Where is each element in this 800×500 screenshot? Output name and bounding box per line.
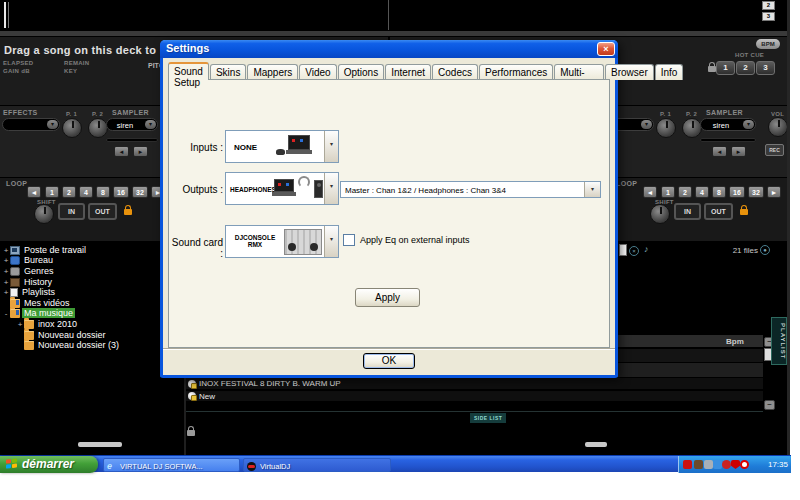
loop-2-button[interactable]: 2 bbox=[678, 186, 692, 198]
loop-8-button[interactable]: 8 bbox=[712, 186, 726, 198]
shift-knob-left[interactable] bbox=[34, 204, 54, 224]
tree-item-poste-de-travail[interactable]: + Poste de travail bbox=[2, 245, 88, 255]
loop-double-icon[interactable]: ► bbox=[767, 186, 781, 198]
loop-16-button[interactable]: 16 bbox=[729, 186, 745, 198]
ok-button[interactable]: OK bbox=[363, 353, 415, 369]
browser-lock-icon[interactable] bbox=[187, 430, 195, 436]
skin-button-3[interactable]: 3 bbox=[762, 12, 775, 21]
outputs-combo[interactable]: HEADPHONES bbox=[225, 172, 339, 205]
loop-lock-icon[interactable] bbox=[740, 209, 748, 215]
loop-4-button[interactable]: 4 bbox=[695, 186, 709, 198]
tray-network-icon[interactable] bbox=[713, 460, 722, 469]
inputs-combo[interactable]: NONE bbox=[225, 130, 339, 163]
tab-info[interactable]: Info bbox=[655, 64, 684, 80]
tree-item-playlists[interactable]: + Playlists bbox=[2, 287, 57, 297]
loop-in-button[interactable]: IN bbox=[58, 203, 85, 220]
tree-expander[interactable]: + bbox=[2, 246, 10, 255]
tree-item-history[interactable]: + History bbox=[2, 277, 54, 287]
dropdown-arrow-icon[interactable] bbox=[584, 182, 600, 197]
vol-knob[interactable] bbox=[768, 117, 788, 137]
dropdown-arrow-icon[interactable] bbox=[743, 120, 754, 129]
tab-sound-setup[interactable]: Sound Setup bbox=[168, 62, 209, 80]
hot-cue-button-1[interactable]: 1 bbox=[716, 61, 735, 75]
loop-1-button[interactable]: 1 bbox=[45, 186, 59, 198]
tree-expander[interactable]: - bbox=[2, 309, 10, 318]
tab-browser[interactable]: Browser bbox=[605, 64, 654, 80]
p1-knob-left[interactable] bbox=[62, 118, 82, 138]
soundcard-combo[interactable]: DJCONSOLERMX bbox=[225, 225, 339, 258]
loop-halve-icon[interactable]: ◄ bbox=[643, 186, 657, 198]
rec-button[interactable]: REC bbox=[765, 144, 784, 156]
dropdown-arrow-icon[interactable] bbox=[324, 226, 338, 257]
output-routing-select[interactable]: Master : Chan 1&2 / Headphones : Chan 3&… bbox=[340, 181, 601, 198]
tray-volume-icon[interactable] bbox=[704, 460, 713, 469]
tray-avira-icon[interactable] bbox=[740, 460, 749, 469]
dropdown-arrow-icon[interactable] bbox=[47, 120, 58, 129]
taskbar-button-virtualdj[interactable]: VirtualDJ bbox=[243, 458, 391, 472]
sampler-next-icon[interactable]: ► bbox=[731, 146, 746, 157]
close-icon[interactable]: × bbox=[597, 42, 615, 56]
tab-mappers[interactable]: Mappers bbox=[247, 64, 298, 80]
tree-item-bureau[interactable]: + Bureau bbox=[2, 255, 55, 265]
tab-options[interactable]: Options bbox=[338, 64, 384, 80]
dropdown-arrow-icon[interactable] bbox=[324, 173, 338, 204]
apply-button[interactable]: Apply bbox=[355, 288, 420, 307]
scroll-down-button[interactable]: − bbox=[764, 400, 775, 410]
shift-knob-right[interactable] bbox=[650, 204, 670, 224]
hot-cue-button-3[interactable]: 3 bbox=[756, 61, 775, 75]
tree-expander[interactable]: + bbox=[2, 256, 10, 265]
loop-in-button[interactable]: IN bbox=[674, 203, 701, 220]
tab-performances[interactable]: Performances bbox=[479, 64, 553, 80]
loop-32-button[interactable]: 32 bbox=[132, 186, 148, 198]
tree-expander[interactable]: + bbox=[16, 320, 24, 329]
sampler-select-left[interactable]: siren bbox=[106, 118, 158, 131]
tab-skins[interactable]: Skins bbox=[210, 64, 246, 80]
side-list-badge[interactable]: SIDE LIST bbox=[470, 413, 506, 423]
sampler-next-icon[interactable]: ► bbox=[133, 146, 148, 157]
loop-2-button[interactable]: 2 bbox=[62, 186, 76, 198]
dropdown-arrow-icon[interactable] bbox=[324, 131, 338, 162]
sampler-prev-icon[interactable]: ◄ bbox=[114, 146, 129, 157]
music-note-icon[interactable]: ♪ bbox=[644, 244, 649, 254]
loop-8-button[interactable]: 8 bbox=[96, 186, 110, 198]
playlist-row-new[interactable]: New bbox=[186, 391, 763, 402]
tree-item-ma-musique[interactable]: - Ma musique bbox=[2, 308, 75, 318]
loop-4-button[interactable]: 4 bbox=[79, 186, 93, 198]
pitch-lock-icon[interactable] bbox=[708, 66, 716, 72]
tree-item-nouveau-dossier-3[interactable]: Nouveau dossier (3) bbox=[16, 340, 121, 350]
dropdown-arrow-icon[interactable] bbox=[641, 120, 652, 129]
p2-knob-left[interactable] bbox=[88, 118, 108, 138]
taskbar-button-virtual-dj-software[interactable]: e VIRTUAL DJ SOFTWA... bbox=[103, 458, 240, 472]
sampler-slider-left[interactable] bbox=[106, 138, 158, 142]
apply-eq-checkbox[interactable] bbox=[343, 234, 355, 246]
hot-cue-button-2[interactable]: 2 bbox=[736, 61, 755, 75]
bpm-column-header[interactable]: Bpm bbox=[726, 337, 744, 346]
tab-multi-instance[interactable]: Multi-Instance bbox=[554, 64, 604, 80]
tree-hscrollbar-thumb[interactable] bbox=[78, 442, 122, 447]
loop-halve-icon[interactable]: ◄ bbox=[27, 186, 41, 198]
tree-expander[interactable]: + bbox=[2, 278, 10, 287]
tray-alert-icon[interactable] bbox=[722, 460, 731, 469]
sampler-prev-icon[interactable]: ◄ bbox=[712, 146, 727, 157]
tree-expander[interactable]: + bbox=[2, 288, 10, 297]
dropdown-arrow-icon[interactable] bbox=[145, 120, 156, 129]
loop-16-button[interactable]: 16 bbox=[113, 186, 129, 198]
tree-item-inox-2010[interactable]: + inox 2010 bbox=[16, 319, 79, 329]
playlist-row-inox[interactable]: INOX FESTIVAL 8 DIRTY B. WARM UP bbox=[186, 378, 763, 390]
tray-pdf-icon[interactable] bbox=[683, 460, 692, 469]
search-field-edge[interactable] bbox=[619, 244, 627, 256]
tab-video[interactable]: Video bbox=[299, 64, 336, 80]
loop-out-button[interactable]: OUT bbox=[704, 203, 733, 220]
loop-lock-icon[interactable] bbox=[124, 209, 132, 215]
clear-search-icon[interactable]: × bbox=[629, 246, 639, 256]
list-hscrollbar-thumb[interactable] bbox=[585, 442, 607, 447]
dialog-titlebar[interactable]: Settings × bbox=[160, 40, 618, 58]
playlist-side-tab[interactable]: PLAYLIST bbox=[771, 317, 787, 365]
sampler-slider-right[interactable] bbox=[700, 138, 756, 142]
tab-codecs[interactable]: Codecs bbox=[432, 64, 478, 80]
loop-32-button[interactable]: 32 bbox=[748, 186, 764, 198]
effects-select-left[interactable] bbox=[2, 118, 60, 131]
tree-item-genres[interactable]: + Genres bbox=[2, 266, 56, 276]
tray-shield-icon[interactable] bbox=[731, 460, 740, 469]
skin-button-2[interactable]: 2 bbox=[762, 1, 775, 10]
